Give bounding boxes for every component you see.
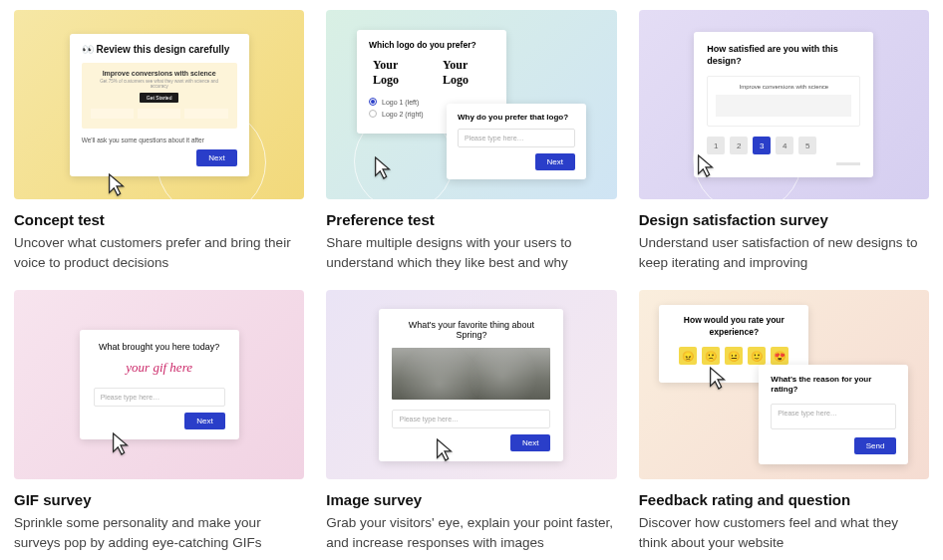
mock-q2: Why do you prefer that logo? [458,113,575,122]
rating-4: 4 [776,137,793,154]
mock-inner-title: Improve conversions with science [91,70,228,77]
rating-1: 1 [707,137,725,154]
card-gif-survey[interactable]: What brought you here today? your gif he… [14,290,304,552]
card-thumbnail: How would you rate your experience? 😠 🙁 … [639,290,929,479]
mock-q: How satisfied are you with this design? [707,43,860,67]
card-feedback-rating[interactable]: How would you rate your experience? 😠 🙁 … [639,290,929,552]
mock-q: How would you rate your experience? [671,315,796,338]
mockup-front: Why do you prefer that logo? Please type… [447,104,586,179]
mockup: How satisfied are you with this design? … [694,32,873,177]
cursor-icon [106,172,128,198]
card-title: Preference test [326,211,616,228]
mock-input: Please type here… [392,410,550,428]
card-desc: Share multiple designs with your users t… [326,233,616,272]
card-title: Image survey [326,491,616,508]
mock-inner-title: Improve conversions with science [716,84,851,90]
next-button: Next [196,149,236,166]
emoji-neutral: 😐 [725,347,743,365]
gif-placeholder: your gif here [94,360,225,376]
logo-option: Your Logo [443,58,494,88]
rating-2: 2 [730,137,748,154]
template-grid: 👀 Review this design carefully Improve c… [14,10,929,552]
send-button: Send [854,437,897,454]
mock-footer: We'll ask you some questions about it af… [82,137,237,143]
card-thumbnail: What's your favorite thing about Spring?… [326,290,616,479]
card-preference-test[interactable]: Which logo do you prefer? Your Logo Your… [326,10,616,272]
mockup: What brought you here today? your gif he… [80,330,239,439]
emoji-happy: 🙂 [748,347,766,365]
logo-option: Your Logo [373,58,425,88]
rating-scale: 1 2 3 4 5 [707,137,860,154]
card-design-satisfaction[interactable]: How satisfied are you with this design? … [639,10,929,272]
card-desc: Understand user satisfaction of new desi… [639,233,929,272]
mock-q2: What's the reason for your rating? [771,375,896,397]
next-button: Next [184,413,224,429]
mockup-front: What's the reason for your rating? Pleas… [759,365,908,465]
card-desc: Discover how customers feel and what the… [639,513,929,552]
card-title: GIF survey [14,491,304,508]
emoji-love: 😍 [771,347,788,365]
mock-inner-sub: Get 75% of customers see what they want … [91,79,228,89]
card-thumbnail: How satisfied are you with this design? … [639,10,929,199]
mock-input: Please type here… [458,129,575,147]
card-concept-test[interactable]: 👀 Review this design carefully Improve c… [14,10,304,272]
card-image-survey[interactable]: What's your favorite thing about Spring?… [326,290,616,552]
card-title: Concept test [14,211,304,228]
mock-q: Which logo do you prefer? [369,40,494,50]
card-title: Design satisfaction survey [639,211,929,228]
mock-q: What brought you here today? [94,342,225,352]
mockup: 👀 Review this design carefully Improve c… [70,34,249,176]
emoji-row: 😠 🙁 😐 🙂 😍 [671,347,796,365]
rating-5: 5 [798,137,816,154]
card-thumbnail: What brought you here today? your gif he… [14,290,304,479]
mock-heading: 👀 Review this design carefully [82,44,237,55]
next-button: Next [535,153,575,170]
mock-cta: Get Started [140,93,179,103]
emoji-angry: 😠 [679,347,697,365]
rating-3: 3 [753,137,771,154]
card-title: Feedback rating and question [639,491,929,508]
card-desc: Uncover what customers prefer and bring … [14,233,304,272]
image-placeholder [392,348,550,400]
card-thumbnail: Which logo do you prefer? Your Logo Your… [326,10,616,199]
card-desc: Grab your visitors' eye, explain your po… [326,513,616,552]
card-thumbnail: 👀 Review this design carefully Improve c… [14,10,304,199]
mock-input: Please type here… [771,404,896,429]
mock-input: Please type here… [94,388,225,407]
mock-q: What's your favorite thing about Spring? [392,320,550,340]
mockup: What's your favorite thing about Spring?… [379,309,563,461]
emoji-sad: 🙁 [702,347,720,365]
card-desc: Sprinkle some personality and make your … [14,513,304,552]
next-button: Next [510,434,550,451]
